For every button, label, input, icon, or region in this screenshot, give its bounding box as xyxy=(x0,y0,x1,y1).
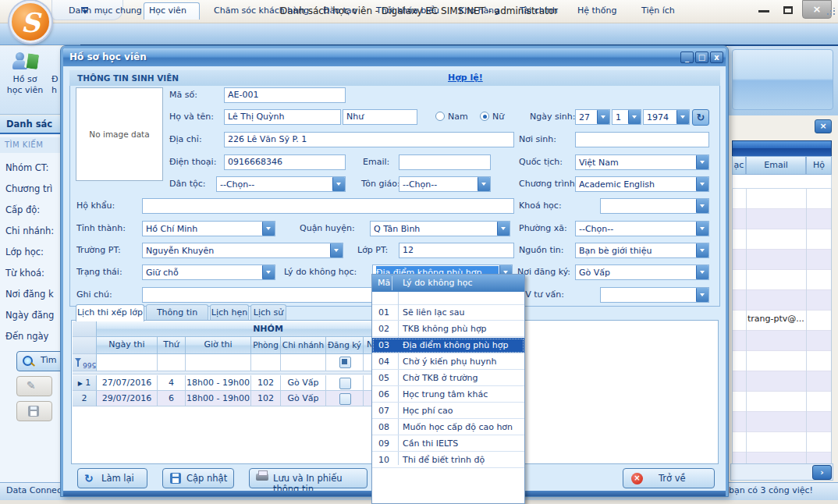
cell-dang-ky[interactable] xyxy=(326,391,364,406)
dropdown-row-selected[interactable]: 03Địa điểm không phù hợp xyxy=(372,338,524,353)
scroll-right-arrow-icon[interactable]: › xyxy=(812,465,832,480)
dropdown-empty-row[interactable] xyxy=(372,292,524,305)
ho-khau-input[interactable] xyxy=(142,198,514,214)
toolbar-profile-label[interactable]: học viên xyxy=(0,85,50,95)
toolbar-partial-label[interactable]: Đ xyxy=(51,74,59,84)
menu-tien-ich[interactable]: Tiện ích xyxy=(637,2,680,20)
tro-ve-button[interactable]: × Trở về xyxy=(623,468,715,488)
bg-column-header-email[interactable]: Email xyxy=(746,156,806,175)
dropdown-row[interactable]: 07Học phí cao xyxy=(372,403,524,419)
chevron-down-icon[interactable] xyxy=(478,177,490,191)
tab-lich-su[interactable]: Lịch sử xyxy=(250,304,286,321)
dropdown-row[interactable]: 02TKB không phù hợp xyxy=(372,321,524,337)
luu-va-in-button[interactable]: Lưu và In phiếu thông tin xyxy=(249,468,368,488)
dropdown-row[interactable]: 06Học trung tâm khác xyxy=(372,387,524,403)
dialog-close-icon[interactable]: x xyxy=(710,51,723,63)
chevron-down-icon[interactable] xyxy=(696,155,708,169)
maximize-button[interactable] xyxy=(783,6,793,14)
menu-dao-tao[interactable]: Đào tạo xyxy=(318,2,361,20)
noi-sinh-input[interactable] xyxy=(575,132,709,147)
dropdown-row[interactable]: 04Chờ ý kiến phụ huynh xyxy=(372,354,524,370)
chevron-down-icon[interactable] xyxy=(696,199,708,213)
email-input[interactable] xyxy=(399,154,491,170)
radio-nam[interactable] xyxy=(435,112,445,121)
chevron-down-icon[interactable] xyxy=(676,110,689,124)
bg-column-header[interactable]: Hộ kh xyxy=(806,156,832,175)
resize-grip[interactable] xyxy=(826,8,836,16)
tab-thong-tin-khac[interactable]: Thông tin khác xyxy=(146,304,208,321)
dialog-title-bar[interactable]: Hồ sơ học viên xyxy=(63,48,726,66)
sidebar-tab-danh-sach[interactable]: Danh sác xyxy=(0,115,61,134)
dropdown-row[interactable]: 10Thi để biết trình độ xyxy=(372,453,524,468)
dang-ky-checkbox[interactable] xyxy=(339,378,351,389)
trang-thai-select[interactable]: Giữ chỗ xyxy=(142,264,275,280)
filter-cell-dang-ky[interactable] xyxy=(326,354,364,371)
minimize-button[interactable] xyxy=(758,9,769,12)
dropdown-row[interactable]: 08Muốn học cấp độ cao hơn xyxy=(372,420,524,435)
cell-dang-ky[interactable] xyxy=(326,375,364,391)
phuong-xa-select[interactable]: --Chọn-- xyxy=(575,221,709,236)
dien-thoai-input[interactable]: 0916668346 xyxy=(224,154,346,170)
lop-pt-input[interactable]: 12 xyxy=(399,243,514,258)
dropdown-col-reason[interactable]: Lý do không học xyxy=(403,275,473,291)
cell-phong[interactable]: 102 xyxy=(251,375,281,391)
birth-month-select[interactable]: 1 xyxy=(612,109,641,125)
lam-lai-button[interactable]: ↻ Làm lại xyxy=(77,468,147,488)
tab-lich-hen[interactable]: Lịch hẹn xyxy=(210,304,249,321)
filter-cell[interactable] xyxy=(97,354,158,371)
cell-phong[interactable]: 102 xyxy=(251,391,281,406)
dropdown-col-ma[interactable]: Mã xyxy=(378,275,390,291)
chevron-down-icon[interactable] xyxy=(262,265,275,279)
tinh-thanh-select[interactable]: Hồ Chí Minh xyxy=(142,221,275,236)
chevron-down-icon[interactable] xyxy=(696,222,708,236)
menu-thoi-khoa-bieu[interactable]: Thời khóa biểu xyxy=(371,2,444,20)
col-dang-ky[interactable]: Đăng ký xyxy=(326,337,364,354)
dialog-minimize-icon[interactable]: _ xyxy=(680,51,694,63)
menu-cham-soc-khach-hang[interactable]: Chăm sóc khách hàng xyxy=(209,2,314,20)
last-name-input[interactable]: Lê Thị Quỳnh xyxy=(224,109,341,125)
khoa-hoc-select[interactable] xyxy=(600,198,709,214)
dang-ky-checkbox[interactable] xyxy=(339,393,351,405)
cell-chi-nhanh[interactable]: Gò Vấp xyxy=(281,375,326,391)
refresh-date-button[interactable]: ↻ xyxy=(692,109,709,126)
chevron-down-icon[interactable] xyxy=(330,243,343,257)
toolbar-partial-label[interactable]: h xyxy=(51,85,57,95)
nguon-tin-select[interactable]: Bạn bè giới thiệu xyxy=(575,243,709,258)
quan-huyen-select[interactable]: Q Tân Bình xyxy=(370,221,510,236)
chevron-down-icon[interactable] xyxy=(628,110,641,124)
filter-cell[interactable] xyxy=(186,354,251,371)
chevron-down-icon[interactable] xyxy=(696,265,708,279)
filter-row-indicator[interactable]: 566 xyxy=(73,354,97,371)
chevron-down-icon[interactable] xyxy=(597,110,609,124)
menu-danh-muc-chung[interactable]: Danh mục chung xyxy=(64,2,147,20)
bg-filter-row[interactable] xyxy=(732,175,832,189)
toolbar-profile-label[interactable]: Hồ sơ xyxy=(0,74,50,84)
student-profile-icon[interactable] xyxy=(11,51,37,71)
first-name-input[interactable]: Như xyxy=(343,109,417,125)
dan-toc-select[interactable]: --Chọn-- xyxy=(216,176,346,192)
chevron-down-icon[interactable] xyxy=(696,177,708,191)
dia-chi-input[interactable]: 226 Lê Văn Sỹ P. 1 xyxy=(224,132,514,147)
ma-so-input[interactable]: AE-001 xyxy=(224,87,346,103)
bg-grid-rows[interactable] xyxy=(732,189,832,463)
chevron-down-icon[interactable] xyxy=(497,222,510,236)
menu-he-thong[interactable]: Hệ thống xyxy=(573,2,622,20)
edit-button[interactable]: ✎ xyxy=(16,376,52,396)
tab-lich-thi-xep-lop[interactable]: Lịch thi xếp lớp xyxy=(76,304,144,321)
ton-giao-select[interactable]: --Chọn-- xyxy=(399,176,491,192)
menu-tai-chinh[interactable]: Tài chính xyxy=(515,2,563,20)
col-phong[interactable]: Phòng xyxy=(251,337,281,354)
filter-cell[interactable] xyxy=(281,354,326,371)
valid-link[interactable]: Hợp lệ! xyxy=(448,73,483,83)
cell-thu[interactable]: 6 xyxy=(158,391,186,406)
truong-pt-select[interactable]: Nguyễn Khuyên xyxy=(142,243,343,258)
dialog-maximize-icon[interactable]: □ xyxy=(695,51,708,63)
menu-kho-hang[interactable]: Kho hàng xyxy=(454,2,504,20)
save-button[interactable] xyxy=(16,401,52,421)
dropdown-row[interactable]: 05Chờ TKB ở trường xyxy=(372,371,524,386)
cell-ngay-thi[interactable]: 27/07/2016 xyxy=(97,375,158,391)
bg-column-header[interactable]: ạc xyxy=(732,156,746,175)
cell-chi-nhanh[interactable]: Gò Vấp xyxy=(281,391,326,406)
col-thu[interactable]: Thứ xyxy=(158,337,186,354)
menu-hoc-vien[interactable]: Học viên xyxy=(144,2,200,20)
